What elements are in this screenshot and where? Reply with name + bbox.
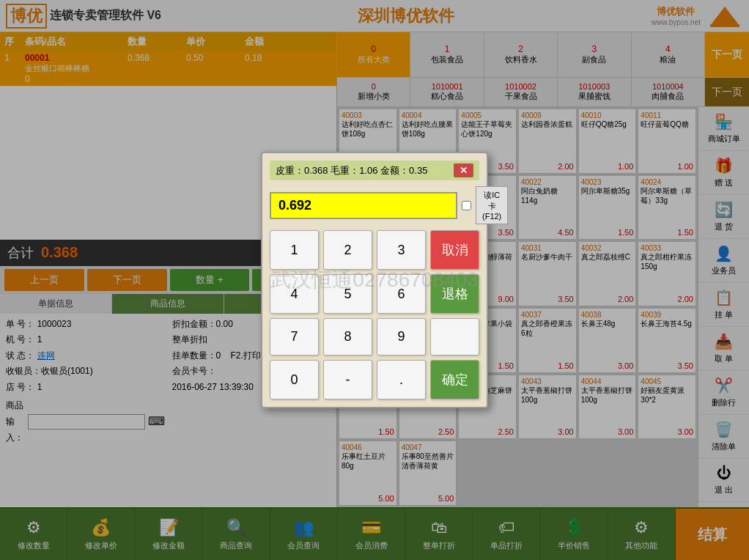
numpad-btn-1[interactable]: 1 [270, 230, 319, 270]
numpad-btn-7[interactable]: 7 [270, 318, 319, 355]
numpad-info-text: 皮重：0.368 毛重：1.06 金额：0.35 [276, 164, 427, 177]
numpad-confirm-btn[interactable]: 确定 [430, 360, 479, 399]
numpad-grid: 1 2 3 取消 4 5 6 退格 7 8 9 0 - . 确定 [270, 230, 479, 399]
numpad-close-btn[interactable]: ✕ [454, 163, 473, 177]
numpad-btn-dot[interactable]: . [377, 360, 426, 399]
numpad-btn-4[interactable]: 4 [270, 274, 319, 314]
numpad-input[interactable] [270, 192, 457, 219]
numpad-display: 读IC卡(F12) [270, 186, 479, 224]
numpad-btn-9[interactable]: 9 [377, 318, 426, 355]
numpad-dialog: 皮重：0.368 毛重：1.06 金额：0.35 ✕ 读IC卡(F12) 1 2… [261, 152, 488, 408]
numpad-overlay: 武汉恒通02786708403 皮重：0.368 毛重：1.06 金额：0.35… [0, 0, 749, 560]
numpad-cancel-btn[interactable]: 取消 [430, 230, 479, 270]
numpad-btn-empty [430, 318, 479, 355]
numpad-back-btn[interactable]: 退格 [430, 274, 479, 314]
numpad-btn-5[interactable]: 5 [323, 274, 372, 314]
numpad-btn-6[interactable]: 6 [377, 274, 426, 314]
numpad-ic-btn[interactable]: 读IC卡(F12) [476, 186, 508, 224]
numpad-btn-0[interactable]: 0 [270, 360, 319, 399]
numpad-btn-2[interactable]: 2 [323, 230, 372, 270]
numpad-container: 武汉恒通02786708403 皮重：0.368 毛重：1.06 金额：0.35… [261, 152, 488, 408]
numpad-btn-8[interactable]: 8 [323, 318, 372, 355]
numpad-info-bar: 皮重：0.368 毛重：1.06 金额：0.35 ✕ [270, 161, 479, 180]
numpad-btn-minus[interactable]: - [323, 360, 372, 399]
numpad-btn-3[interactable]: 3 [377, 230, 426, 270]
numpad-checkbox[interactable] [462, 201, 471, 210]
